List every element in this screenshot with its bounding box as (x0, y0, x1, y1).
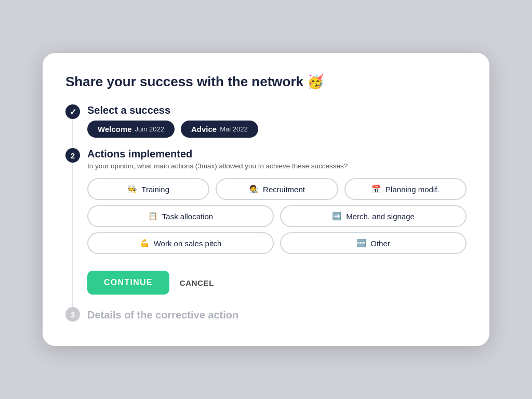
action-merch-signage[interactable]: ➡️ Merch. and signage (280, 205, 467, 227)
action-planning[interactable]: 📅 Planning modif. (344, 178, 467, 200)
step2-title: Actions implemented (87, 148, 467, 160)
action-recruitment[interactable]: 🧑‍🎨 Recruitment (216, 178, 338, 200)
training-label: Training (141, 185, 169, 194)
step2-badge: 2 (65, 148, 80, 163)
step2-subtitle: In your opinion, what main actions (3max… (87, 162, 467, 170)
actions-row-2: 📋 Task allocation ➡️ Merch. and signage (87, 205, 467, 227)
merch-signage-emoji: ➡️ (332, 211, 342, 221)
cancel-button[interactable]: CANCEL (180, 278, 214, 287)
task-allocation-emoji: 📋 (148, 211, 158, 221)
action-sales-pitch[interactable]: 💪 Work on sales pitch (87, 232, 274, 254)
training-emoji: 🧑‍🍳 (127, 184, 137, 194)
action-task-allocation[interactable]: 📋 Task allocation (87, 205, 274, 227)
planning-emoji: 📅 (371, 184, 381, 194)
other-emoji: 🆕 (356, 238, 366, 248)
pill-advice-name: Advice (191, 125, 217, 134)
pill-advice-date: Mai 2022 (220, 125, 247, 133)
continue-button[interactable]: CONTINUE (87, 271, 169, 295)
action-other[interactable]: 🆕 Other (280, 232, 467, 254)
footer-buttons: CONTINUE CANCEL (87, 271, 467, 295)
main-card: Share your success with the network 🥳 ✓ … (43, 53, 489, 346)
task-allocation-label: Task allocation (162, 212, 213, 221)
actions-grid: 🧑‍🍳 Training 🧑‍🎨 Recruitment 📅 Planning … (87, 178, 467, 254)
pill-welcome-name: Welcome (98, 125, 132, 134)
merch-signage-label: Merch. and signage (346, 212, 415, 221)
action-training[interactable]: 🧑‍🍳 Training (87, 178, 209, 200)
pill-advice[interactable]: Advice Mai 2022 (181, 121, 258, 138)
success-pills-container: Welcome Juin 2022 Advice Mai 2022 (87, 121, 467, 138)
sales-pitch-emoji: 💪 (140, 238, 150, 248)
planning-label: Planning modif. (385, 185, 439, 194)
actions-row-1: 🧑‍🍳 Training 🧑‍🎨 Recruitment 📅 Planning … (87, 178, 467, 200)
other-label: Other (370, 239, 390, 248)
pill-welcome[interactable]: Welcome Juin 2022 (87, 121, 175, 138)
step1-title: Select a success (87, 104, 467, 116)
actions-row-3: 💪 Work on sales pitch 🆕 Other (87, 232, 467, 254)
recruitment-label: Recruitment (263, 185, 305, 194)
card-title: Share your success with the network 🥳 (65, 74, 467, 90)
step1-check-icon: ✓ (65, 104, 80, 119)
step3-badge: 3 (65, 307, 80, 322)
pill-welcome-date: Juin 2022 (135, 125, 164, 133)
recruitment-emoji: 🧑‍🎨 (249, 184, 259, 194)
sales-pitch-label: Work on sales pitch (154, 239, 222, 248)
step3-title: Details of the corrective action (87, 309, 467, 321)
